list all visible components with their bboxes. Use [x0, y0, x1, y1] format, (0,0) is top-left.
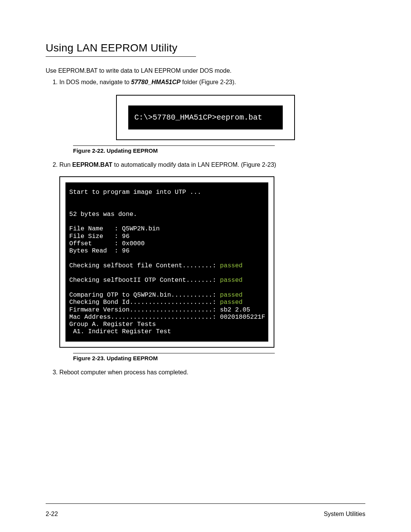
figure-23-rule	[73, 353, 275, 353]
step-3: Reboot computer when process has complet…	[59, 368, 365, 377]
step-2: Run EEPROM.BAT to automatically modify d…	[59, 161, 365, 169]
term-l9b: passed	[220, 291, 242, 299]
figure-22-caption: Figure 2-22. Updating EEPROM	[73, 147, 275, 154]
document-page: Using LAN EEPROM Utility Use EEPROM.BAT …	[0, 0, 411, 532]
steps-list: In DOS mode, navigate to 57780_HMA51CP f…	[46, 78, 365, 86]
step-1-text-a: In DOS mode, navigate to	[59, 79, 131, 85]
term-l1: Start to program image into UTP ...	[69, 189, 201, 196]
step-1-text-b: folder (Figure 2-23).	[180, 79, 236, 85]
steps-list-3: Reboot computer when process has complet…	[46, 368, 365, 377]
step-2-text-b: to automatically modify data in LAN EEPR…	[112, 161, 276, 168]
step-1: In DOS mode, navigate to 57780_HMA51CP f…	[59, 78, 365, 86]
footer-rule	[46, 503, 365, 504]
term-l7b: passed	[220, 262, 242, 269]
figure-22-frame: C:\>57780_HMA51CP>eeprom.bat	[116, 95, 295, 140]
figure-23-caption-block: Figure 2-23. Updating EEPROM	[73, 353, 275, 361]
page-footer: 2-22 System Utilities	[46, 511, 365, 518]
term-l3: File Name : Q5WP2N.bin	[69, 225, 160, 232]
term-l2: 52 bytes was done.	[69, 211, 137, 218]
step-2-bat: EEPROM.BAT	[72, 161, 112, 168]
terminal-command: C:\>57780_HMA51CP>eeprom.bat	[128, 105, 283, 129]
figure-22-caption-block: Figure 2-22. Updating EEPROM	[73, 145, 275, 154]
term-l8b: passed	[220, 276, 242, 284]
term-l10a: Checking Bond Id......................:	[69, 299, 220, 306]
section-heading: Using LAN EEPROM Utility	[46, 42, 365, 54]
heading-rule	[46, 56, 196, 57]
figure-23-frame: Start to program image into UTP ... 52 b…	[59, 176, 274, 348]
term-l14: A1. Indirect Register Test	[69, 328, 171, 335]
step-1-folder: 57780_HMA51CP	[131, 79, 181, 85]
term-l4: File Size : 96	[69, 233, 129, 240]
term-l5: Offset : 0x0000	[69, 240, 145, 247]
figure-22-rule	[73, 145, 275, 146]
figure-23-caption: Figure 2-23. Updating EEPROM	[73, 355, 275, 361]
term-l10b: passed	[220, 299, 242, 306]
step-2-text-a: Run	[59, 161, 72, 168]
term-l13: Group A. Register Tests	[69, 321, 156, 328]
terminal-output: Start to program image into UTP ... 52 b…	[65, 182, 268, 342]
term-l9a: Comparing OTP to Q5WP2N.bin...........:	[69, 291, 220, 299]
page-number: 2-22	[46, 511, 58, 518]
term-l6: Bytes Read : 96	[69, 247, 129, 254]
intro-paragraph: Use EEPROM.BAT to write data to LAN EEPR…	[46, 67, 365, 74]
term-l8a: Checking selfbootII OTP Content.......:	[69, 276, 220, 284]
term-l12: Mac Address...........................: …	[69, 313, 265, 321]
term-l11: Firmware Version......................: …	[69, 306, 250, 313]
steps-list-2: Run EEPROM.BAT to automatically modify d…	[46, 161, 365, 169]
footer-title: System Utilities	[324, 511, 365, 518]
term-l7a: Checking selfboot file Content........:	[69, 262, 220, 269]
